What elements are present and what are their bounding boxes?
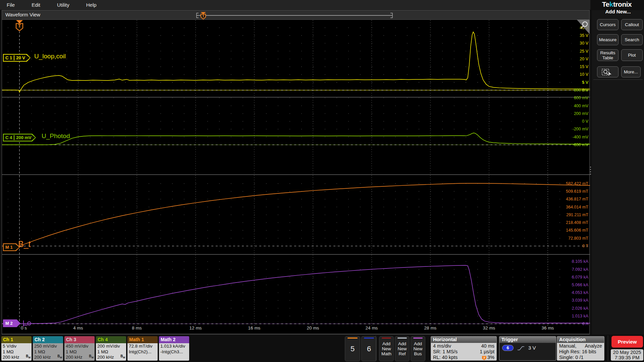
ch1-tick: 20 V <box>580 57 588 61</box>
add-new-heading: Add New... <box>592 9 644 14</box>
ch4-trace[interactable] <box>2 133 590 145</box>
math2-tick: 8.105 kA <box>572 259 589 264</box>
math1-tick: 72.803 mT <box>568 236 588 241</box>
menu-bar: FileEditUtilityHelp <box>0 0 590 10</box>
math1-badge[interactable]: M 1 <box>3 243 20 251</box>
ch4-tick: -200 mV <box>573 127 589 131</box>
plot-button[interactable]: Plot <box>621 49 643 61</box>
math2-tick: 2.026 kA <box>572 306 589 311</box>
trigger-position-icon: T <box>482 356 486 360</box>
ch1-tick: 15 V <box>580 64 588 69</box>
svg-text:T: T <box>202 14 205 18</box>
date-text: 20 May 2025 <box>613 350 641 355</box>
preview-button[interactable]: Preview <box>611 336 643 348</box>
horizontal-panel[interactable]: Horizontal 4 ms/div40 ms SR: 1 MS/s1 µs/… <box>431 336 497 361</box>
datetime-display[interactable]: 20 May 2025 7:39:35 PM <box>611 349 643 361</box>
math2-tick: 4.053 kA <box>572 290 589 295</box>
badge-ch1[interactable]: Ch 15 V/div1 MΩ200 kHzBW <box>1 336 32 361</box>
ch4-tick: 0 V <box>582 119 588 124</box>
right-panel-divider <box>593 79 643 80</box>
ch4-tick: 400 mV <box>574 104 589 108</box>
ch1-label[interactable]: U_loop,coil <box>34 53 66 60</box>
math2-trace[interactable] <box>2 265 590 324</box>
search-button[interactable]: Search <box>621 34 643 45</box>
zoom-select-button[interactable] <box>597 66 619 77</box>
menu-help[interactable]: Help <box>86 2 97 8</box>
trigger-source-badge: 6 <box>502 345 514 351</box>
cursors-button[interactable]: Cursors <box>597 19 619 30</box>
panel-splitter-handle[interactable] <box>589 167 591 175</box>
math2-tick: 6.079 kA <box>572 275 589 280</box>
bandwidth-limit-icon: BW <box>26 354 31 361</box>
badge-row: -Intg(Ch3... <box>160 349 188 355</box>
math1-tick: 582.422 mT <box>566 181 588 186</box>
trigger-marker[interactable]: T <box>16 20 23 31</box>
math1-tick: 145.606 mT <box>566 228 588 233</box>
badge-math2[interactable]: Math 21.013 kA/div-Intg(Ch3... <box>159 336 189 361</box>
badge-ch3[interactable]: Ch 3450 mV/div1 MΩ200 kHzBW <box>64 336 95 361</box>
badge-row: Intg(Ch2)... <box>129 349 156 355</box>
ch1-tick: 10 V <box>580 72 588 77</box>
ch4-badge-scale: 200 mV <box>14 135 33 140</box>
marquee-zoom-icon <box>601 68 614 76</box>
right-panel: Add New... CursorsCalloutMeasureSearchRe… <box>592 10 644 335</box>
horizontal-window: 40 ms <box>481 343 495 349</box>
waveform-view[interactable]: Waveform View T 40 V35 V30 V25 V20 V15 V… <box>2 10 590 335</box>
time-tick: 0 s <box>21 325 27 330</box>
more-button[interactable]: More... <box>621 66 641 77</box>
bottom-bar: Ch 15 V/div1 MΩ200 kHzBWCh 2250 mV/div1 … <box>0 335 644 362</box>
math1-label[interactable]: B_t <box>18 239 31 249</box>
ch4-label[interactable]: U_Photod <box>42 132 70 140</box>
menu-utility[interactable]: Utility <box>57 2 69 8</box>
horizontal-resolution: 1 µs/pt <box>480 349 494 355</box>
menu-file[interactable]: File <box>7 2 15 8</box>
record-view-scrollbar[interactable]: T <box>195 11 396 19</box>
channel-6-button[interactable]: 6 <box>361 336 377 361</box>
badge-title: Math 1 <box>127 336 158 343</box>
acquisition-count: Single: 0 /1 <box>559 355 602 360</box>
badge-row: 250 mV/div <box>34 344 62 349</box>
results-table-button[interactable]: Results Table <box>597 49 619 61</box>
badge-title: Math 2 <box>159 336 189 343</box>
ch4-badge[interactable]: C 4200 mV <box>3 134 36 141</box>
ch1-trace[interactable] <box>2 32 590 92</box>
add-new-ref-button[interactable]: Add New Ref <box>395 336 410 361</box>
time-text: 7:39:35 PM <box>614 355 639 360</box>
badge-ch2[interactable]: Ch 2250 mV/div1 MΩ200 kHzBW <box>33 336 63 361</box>
bandwidth-limit-icon: BW <box>120 354 125 361</box>
trigger-title: Trigger <box>499 337 556 343</box>
math1-tick: 291.211 mT <box>566 213 588 217</box>
ch1-tick: 30 V <box>580 41 588 46</box>
math2-badge[interactable]: M 2 <box>3 319 20 327</box>
math1-tick: 0 T <box>582 244 588 248</box>
horizontal-scale: 4 ms/div <box>433 343 451 349</box>
bandwidth-limit-icon: BW <box>57 354 62 361</box>
bottom-divider-1 <box>376 336 376 361</box>
time-tick: 4 ms <box>73 325 83 330</box>
ch4-tick: -400 mV <box>573 135 589 139</box>
waveform-plot[interactable]: 40 V35 V30 V25 V20 V15 V10 V5 V0 V1 V800… <box>2 19 590 335</box>
math1-tick: 509.619 mT <box>566 189 588 194</box>
callout-button[interactable]: Callout <box>621 19 643 30</box>
channel-5-button[interactable]: 5 <box>345 336 360 361</box>
ch4-tick: 800 mV <box>574 88 589 93</box>
acquisition-resolution: High Res: 16 bits <box>559 349 602 355</box>
badge-ch4[interactable]: Ch 4200 mV/div1 MΩ200 kHzBW <box>96 336 126 361</box>
bandwidth-limit-icon: BW <box>89 354 94 361</box>
ch4-tick: 1 V <box>582 80 588 85</box>
corner-zoom-icon[interactable] <box>577 20 590 34</box>
menu-edit[interactable]: Edit <box>32 2 40 8</box>
ch4-tick: 200 mV <box>574 111 589 116</box>
add-new-math-button[interactable]: Add New Math <box>379 336 394 361</box>
acquisition-panel[interactable]: Acquisition Manual,Analyze High Res: 16 … <box>557 336 604 361</box>
rising-edge-icon <box>517 345 525 351</box>
trigger-panel[interactable]: Trigger 6 3 V <box>499 336 556 361</box>
badge-math1[interactable]: Math 172.8 mT/divIntg(Ch2)... <box>127 336 158 361</box>
time-tick: 20 ms <box>307 325 319 330</box>
measure-button[interactable]: Measure <box>597 34 619 45</box>
ch1-badge[interactable]: C 120 V <box>3 54 31 62</box>
ch4-tick: 600 mV <box>574 96 589 100</box>
time-tick: 28 ms <box>424 325 437 330</box>
record-trigger-icon[interactable]: T <box>201 12 206 19</box>
add-new-bus-button[interactable]: Add New Bus <box>411 336 425 361</box>
